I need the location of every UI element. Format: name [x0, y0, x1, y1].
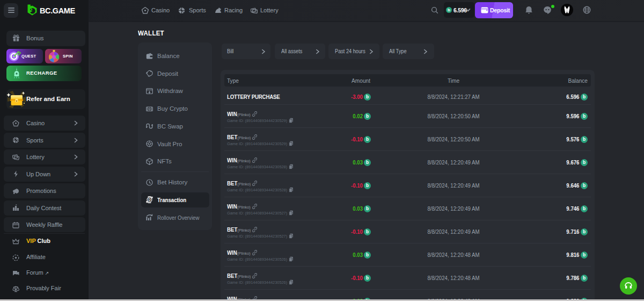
svg-text:b: b — [366, 183, 369, 188]
svg-text:b: b — [582, 229, 585, 234]
svg-text:b: b — [582, 206, 585, 211]
svg-text:b: b — [582, 137, 585, 142]
svg-text:b: b — [366, 160, 369, 165]
svg-text:b: b — [582, 160, 585, 165]
svg-text:b: b — [366, 113, 369, 119]
svg-text:D: D — [148, 198, 151, 202]
svg-text:b: b — [366, 275, 369, 281]
svg-text:b: b — [582, 275, 585, 281]
svg-text:b: b — [582, 252, 585, 257]
svg-text:b: b — [366, 137, 369, 142]
svg-text:b: b — [448, 8, 450, 12]
svg-text:b: b — [366, 252, 369, 257]
svg-text:b: b — [582, 183, 585, 188]
svg-text:b: b — [366, 229, 369, 234]
svg-text:b: b — [582, 94, 585, 99]
svg-text:b: b — [366, 206, 369, 211]
svg-text:b: b — [366, 94, 369, 99]
svg-text:b: b — [582, 113, 585, 119]
